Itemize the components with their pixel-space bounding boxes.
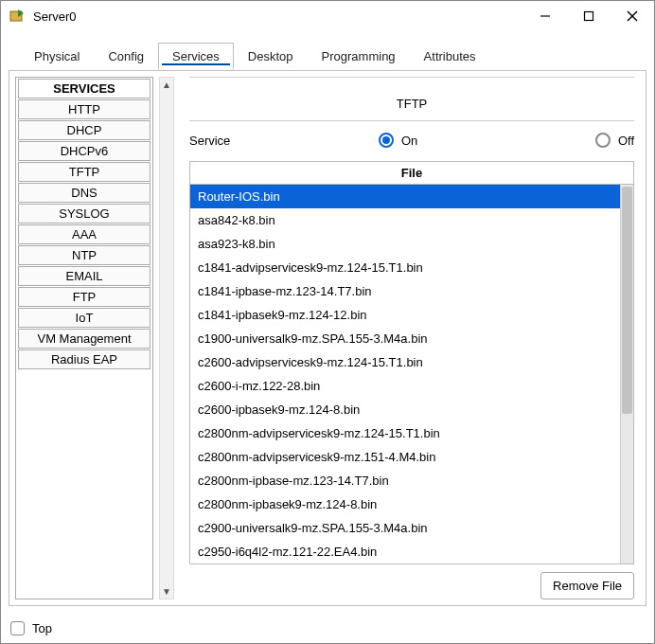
file-row[interactable]: c2600-ipbasek9-mz.124-8.bin (190, 398, 620, 421)
tab-desktop[interactable]: Desktop (234, 43, 308, 70)
file-row[interactable]: c1841-advipservicesk9-mz.124-15.T1.bin (190, 256, 620, 279)
file-row[interactable]: c2800nm-advipservicesk9-mz.124-15.T1.bin (190, 421, 620, 445)
window-title: Server0 (33, 9, 523, 24)
file-row[interactable]: Router-IOS.bin (190, 185, 620, 208)
sidebar-item-ftp[interactable]: FTP (18, 287, 150, 307)
radio-on-label: On (401, 134, 417, 148)
remove-file-button[interactable]: Remove File (540, 572, 634, 599)
file-list[interactable]: Router-IOS.binasa842-k8.binasa923-k8.bin… (190, 185, 620, 564)
radio-off-label: Off (618, 134, 634, 148)
sidebar-item-aaa[interactable]: AAA (18, 224, 150, 244)
file-row[interactable]: asa923-k8.bin (190, 232, 620, 256)
sidebar-scrollbar[interactable]: ▲ ▼ (159, 77, 174, 599)
file-row[interactable]: c2600-i-mz.122-28.bin (190, 374, 620, 398)
sidebar-item-http[interactable]: HTTP (18, 99, 150, 119)
file-row[interactable]: c2950-i6q4l2-mz.121-22.EA4.bin (190, 540, 620, 564)
sidebar-item-syslog[interactable]: SYSLOG (18, 204, 150, 224)
sidebar-item-tftp[interactable]: TFTP (18, 162, 150, 182)
scroll-thumb[interactable] (622, 187, 632, 414)
svg-rect-3 (585, 12, 593, 21)
radio-off[interactable]: Off (595, 133, 634, 148)
sidebar-item-email[interactable]: EMAIL (18, 266, 150, 286)
sidebar-item-dns[interactable]: DNS (18, 183, 150, 203)
services-sidebar: SERVICESHTTPDHCPDHCPv6TFTPDNSSYSLOGAAANT… (15, 77, 153, 599)
scroll-down-icon[interactable]: ▼ (162, 584, 171, 599)
close-button[interactable] (611, 2, 654, 30)
file-scrollbar[interactable] (620, 185, 633, 564)
tab-config[interactable]: Config (94, 43, 158, 70)
sidebar-item-vm-management[interactable]: VM Management (18, 329, 150, 349)
service-label: Service (189, 134, 379, 148)
sidebar-item-ntp[interactable]: NTP (18, 245, 150, 265)
radio-on-dot-icon (379, 133, 394, 148)
file-row[interactable]: c1841-ipbasek9-mz.124-12.bin (190, 303, 620, 327)
maximize-button[interactable] (567, 2, 611, 30)
file-row[interactable]: c2800nm-advipservicesk9-mz.151-4.M4.bin (190, 445, 620, 469)
tab-physical[interactable]: Physical (20, 43, 94, 70)
sidebar-header: SERVICES (18, 79, 150, 98)
tab-services[interactable]: Services (158, 43, 234, 70)
file-row[interactable]: c2800nm-ipbase-mz.123-14.T7.bin (190, 469, 620, 492)
tab-bar: PhysicalConfigServicesDesktopProgramming… (1, 31, 654, 70)
titlebar: Server0 (1, 1, 654, 31)
top-checkbox[interactable] (10, 621, 25, 635)
app-icon (9, 8, 26, 25)
radio-off-dot-icon (595, 133, 611, 148)
sidebar-item-radius-eap[interactable]: Radius EAP (18, 349, 150, 369)
file-row[interactable]: c2800nm-ipbasek9-mz.124-8.bin (190, 492, 620, 516)
scroll-up-icon[interactable]: ▲ (162, 78, 171, 92)
file-row[interactable]: c2600-advipservicesk9-mz.124-15.T1.bin (190, 350, 620, 374)
file-row[interactable]: c2900-universalk9-mz.SPA.155-3.M4a.bin (190, 516, 620, 540)
radio-on[interactable]: On (379, 133, 417, 148)
minimize-button[interactable] (523, 2, 567, 30)
sidebar-item-dhcp[interactable]: DHCP (18, 120, 150, 140)
top-checkbox-label: Top (32, 621, 52, 635)
file-row[interactable]: c1841-ipbase-mz.123-14.T7.bin (190, 279, 620, 303)
tab-attributes[interactable]: Attributes (410, 43, 490, 70)
file-row[interactable]: c1900-universalk9-mz.SPA.155-3.M4a.bin (190, 327, 620, 350)
file-row[interactable]: asa842-k8.bin (190, 208, 620, 232)
sidebar-item-iot[interactable]: IoT (18, 308, 150, 328)
service-title: TFTP (189, 83, 634, 120)
sidebar-item-dhcpv6[interactable]: DHCPv6 (18, 141, 150, 161)
file-column-header: File (190, 162, 633, 185)
tab-programming[interactable]: Programming (308, 43, 410, 70)
